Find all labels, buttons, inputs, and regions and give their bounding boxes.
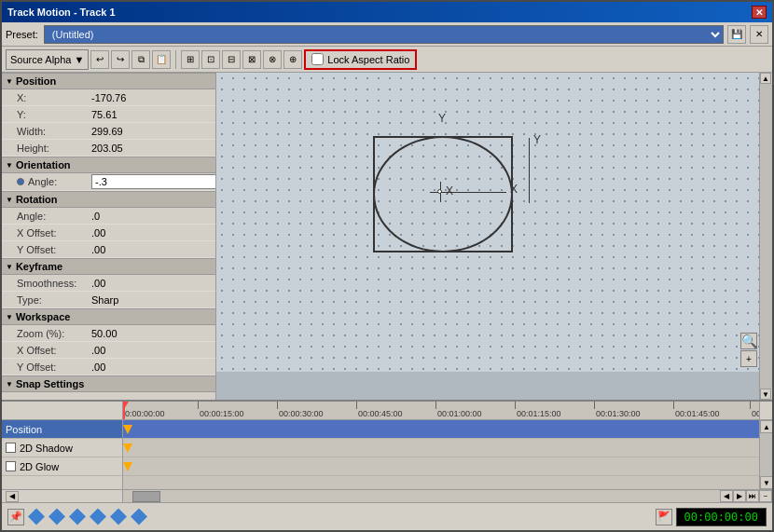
scroll-down-button[interactable]: ▼ bbox=[760, 389, 771, 400]
orientation-section-header: ▼ Orientation bbox=[2, 157, 215, 173]
snap-section-header: ▼ Snap Settings bbox=[2, 375, 215, 392]
ruler-label-6: 00:01:30:00 bbox=[596, 409, 641, 418]
collapse-icon: ▼ bbox=[6, 77, 13, 86]
zoom-out-button[interactable]: + bbox=[740, 350, 757, 367]
bottom-snap-button[interactable]: 📌 bbox=[7, 509, 24, 525]
paste-button[interactable]: 📋 bbox=[152, 50, 171, 69]
y-axis-line bbox=[529, 138, 530, 203]
ruler-mark-3: 00:00:45:00 bbox=[356, 402, 403, 419]
hscroll-prev-button[interactable]: ◀ bbox=[720, 490, 733, 502]
keyframe-shadow[interactable] bbox=[123, 443, 132, 453]
source-alpha-dropdown[interactable]: Source Alpha ▼ bbox=[6, 49, 89, 70]
workspace-yoffset-row: Y Offset: .00 bbox=[2, 359, 215, 375]
keyframe-type-value: Sharp bbox=[91, 294, 212, 306]
save-preset-button[interactable]: 💾 bbox=[727, 25, 746, 44]
align-btn1[interactable]: ⊞ bbox=[181, 50, 200, 69]
position-width-value: 299.69 bbox=[91, 126, 212, 137]
rotation-xoffset-label: X Offset: bbox=[17, 227, 91, 239]
keyframe-header-label: Keyframe bbox=[16, 261, 62, 272]
ruler-offset bbox=[2, 402, 123, 419]
workspace-zoom-label: Zoom (%): bbox=[17, 328, 91, 339]
properties-scroll[interactable]: ▼ Position X: -170.76 Y: 75.61 Width: 29… bbox=[2, 73, 215, 400]
keyframe-btn-1[interactable] bbox=[28, 509, 45, 525]
redo-button[interactable]: ↪ bbox=[111, 50, 130, 69]
keyframe-btn-5[interactable] bbox=[110, 509, 127, 525]
x-axis-crosshair-label: X bbox=[446, 184, 453, 198]
collapse-icon-ws: ▼ bbox=[6, 313, 13, 321]
keyframe-btn-4[interactable] bbox=[90, 509, 106, 525]
hscroll-play-button[interactable]: ▶ bbox=[733, 490, 746, 502]
zoom-in-button[interactable]: 🔍 bbox=[740, 333, 757, 349]
rotation-angle-value: .0 bbox=[91, 211, 212, 222]
timeline-tracks: Position 2D Shadow 2D Glow bbox=[2, 420, 772, 489]
keyframe-type-row: Type: Sharp bbox=[2, 292, 215, 308]
keyframe-smoothness-value: .00 bbox=[91, 278, 212, 289]
position-y-row: Y: 75.61 bbox=[2, 106, 215, 123]
ruler-label-5: 00:01:15:00 bbox=[517, 409, 561, 418]
track-content-shadow bbox=[123, 439, 759, 457]
hscroll-track[interactable] bbox=[123, 490, 720, 502]
timeline-scroll-track[interactable] bbox=[760, 433, 772, 476]
ruler-mark-5: 00:01:15:00 bbox=[515, 402, 561, 419]
track-shadow-label: 2D Shadow bbox=[20, 443, 73, 454]
time-display: 00:00:00:00 bbox=[676, 508, 767, 526]
track-content bbox=[123, 420, 759, 489]
keyframe-smoothness-label: Smoothness: bbox=[17, 278, 91, 289]
align-btn5[interactable]: ⊗ bbox=[263, 50, 282, 69]
close-button[interactable]: ✕ bbox=[752, 6, 767, 19]
track-shadow-checkbox[interactable] bbox=[6, 443, 16, 453]
scroll-left-area: ◀ bbox=[2, 490, 123, 502]
align-btn2[interactable]: ⊡ bbox=[201, 50, 220, 69]
position-height-label: Height: bbox=[17, 143, 91, 154]
undo-button[interactable]: ↩ bbox=[90, 50, 109, 69]
scroll-up-button[interactable]: ▲ bbox=[760, 73, 771, 84]
position-height-value: 203.05 bbox=[91, 143, 212, 154]
rotation-section-header: ▼ Rotation bbox=[2, 191, 215, 208]
toolbar-separator bbox=[175, 50, 176, 69]
hscroll-minus-button[interactable]: − bbox=[759, 490, 772, 502]
orientation-angle-row: Angle: bbox=[2, 173, 215, 191]
timeline-scroll-up[interactable]: ▲ bbox=[760, 420, 772, 433]
timeline-ruler: 0:00:00:00 00:00:15:00 00:00:30:00 00:00… bbox=[2, 402, 772, 420]
track-label-glow: 2D Glow bbox=[2, 457, 122, 476]
canvas-background: Y X X Y bbox=[216, 73, 759, 372]
hscroll-end-button[interactable]: ⏭ bbox=[746, 490, 759, 502]
main-window: Track Motion - Track 1 ✕ Preset: (Untitl… bbox=[0, 0, 774, 532]
keyframe-btn-3[interactable] bbox=[69, 509, 86, 525]
track-glow-checkbox[interactable] bbox=[6, 461, 16, 471]
align-btn3[interactable]: ⊟ bbox=[222, 50, 241, 69]
y-axis-top-label: Y bbox=[438, 112, 446, 125]
ruler-mark-4: 00:01:00:00 bbox=[435, 402, 482, 419]
playhead-arrow bbox=[123, 402, 129, 409]
scroll-track[interactable] bbox=[760, 84, 772, 389]
orientation-angle-input[interactable] bbox=[91, 174, 215, 189]
position-width-row: Width: 299.69 bbox=[2, 123, 215, 140]
lock-aspect-checkbox[interactable] bbox=[311, 53, 324, 65]
keyframe-glow[interactable] bbox=[123, 462, 132, 471]
delete-preset-button[interactable]: ✕ bbox=[750, 25, 768, 44]
track-glow-label: 2D Glow bbox=[20, 461, 59, 472]
timeline-scroll-down[interactable]: ▼ bbox=[760, 476, 772, 489]
ruler-label-7: 00:01:45:00 bbox=[675, 409, 720, 418]
x-axis-label: X bbox=[510, 183, 518, 196]
timeline-vertical-scroll[interactable]: ▲ ▼ bbox=[759, 420, 772, 489]
hscroll-left-button[interactable]: ◀ bbox=[6, 491, 19, 502]
canvas-vertical-scrollbar[interactable]: ▲ ▼ bbox=[759, 73, 772, 400]
copy-button[interactable]: ⧉ bbox=[131, 50, 150, 69]
canvas-area[interactable]: Y X X Y bbox=[216, 73, 759, 400]
keyframe-btn-6[interactable] bbox=[131, 509, 147, 525]
collapse-icon-orient: ▼ bbox=[6, 161, 13, 170]
workspace-header-label: Workspace bbox=[16, 311, 71, 322]
align-btn6[interactable]: ⊕ bbox=[283, 50, 302, 69]
lock-aspect-ratio-box: Lock Aspect Ratio bbox=[304, 49, 417, 70]
keyframe-btn-2[interactable] bbox=[48, 509, 65, 525]
position-x-row: X: -170.76 bbox=[2, 89, 215, 106]
ruler-mark-7: 00:01:45:00 bbox=[673, 402, 720, 419]
timeline-area: 0:00:00:00 00:00:15:00 00:00:30:00 00:00… bbox=[2, 400, 772, 530]
workspace-yoffset-value: .00 bbox=[91, 361, 212, 373]
hscroll-thumb[interactable] bbox=[132, 491, 160, 502]
workspace-zoom-row: Zoom (%): 50.00 bbox=[2, 325, 215, 342]
preset-select[interactable]: (Untitled) bbox=[44, 25, 724, 44]
align-btn4[interactable]: ⊠ bbox=[242, 50, 261, 69]
keyframe-position[interactable] bbox=[123, 425, 132, 434]
